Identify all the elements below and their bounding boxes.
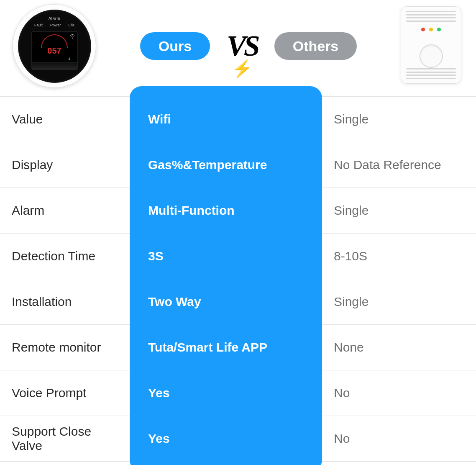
row-ours: Tuta/Smart Life APP (130, 325, 322, 370)
led-green-icon (437, 28, 441, 31)
comparison-header: Alarm Fault Power Life 057 🌡 Ours (0, 0, 476, 88)
table-row: Support Close Valve Yes No (0, 416, 476, 462)
table-row: Voice Prompt Yes No (0, 370, 476, 416)
row-label: Detection Time (0, 234, 130, 279)
row-others: No (322, 370, 476, 416)
device-button-icon (420, 44, 443, 68)
row-label: Installation (0, 279, 130, 324)
row-label: Voice Prompt (0, 370, 130, 416)
row-label: Value (0, 97, 130, 142)
device-label-life: Life (69, 23, 75, 27)
device-reading: 057 (47, 46, 61, 56)
vs-slash-icon: ⚡ (232, 61, 253, 77)
other-product-image (401, 6, 463, 86)
table-row: Remote monitor Tuta/Smart Life APP None (0, 324, 476, 370)
row-others: Single (322, 188, 476, 233)
row-others: 8-10S (322, 234, 476, 279)
comparison-table: Value Wifi Single Display Gas%&Temperatu… (0, 96, 476, 462)
row-others: No Data Reference (322, 142, 476, 188)
svg-point-0 (72, 38, 73, 39)
row-ours: Yes (130, 416, 322, 461)
row-ours: Multi-Function (130, 188, 322, 233)
device-label-fault: Fault (34, 23, 43, 27)
row-label: Remote monitor (0, 325, 130, 370)
device-label-power: Power (50, 23, 61, 27)
wifi-icon (70, 34, 75, 39)
wave-graphic (32, 62, 77, 69)
row-ours: Yes (130, 370, 322, 416)
row-ours: 3S (130, 234, 322, 279)
table-row: Display Gas%&Temperature No Data Referen… (0, 142, 476, 188)
vs-graphic: VS ⚡ (227, 31, 258, 61)
led-yellow-icon (429, 28, 433, 31)
ours-badge: Ours (140, 32, 210, 60)
thermometer-icon: 🌡 (67, 57, 72, 61)
table-row: Installation Two Way Single (0, 279, 476, 324)
row-label: Alarm (0, 188, 130, 233)
row-label: Support Close Valve (0, 416, 130, 461)
table-row: Alarm Multi-Function Single (0, 188, 476, 233)
row-others: None (322, 325, 476, 370)
row-label: Display (0, 142, 130, 188)
our-product-image: Alarm Fault Power Life 057 🌡 (13, 4, 96, 88)
others-badge: Others (274, 32, 357, 60)
row-others: Single (322, 279, 476, 324)
row-others: No (322, 416, 476, 461)
led-red-icon (421, 28, 425, 31)
table-row: Detection Time 3S 8-10S (0, 233, 476, 279)
device-label-alarm: Alarm (18, 16, 91, 21)
row-ours: Two Way (130, 279, 322, 324)
table-row: Value Wifi Single (0, 96, 476, 142)
row-others: Single (322, 97, 476, 142)
row-ours: Gas%&Temperature (130, 142, 322, 188)
row-ours: Wifi (130, 97, 322, 142)
